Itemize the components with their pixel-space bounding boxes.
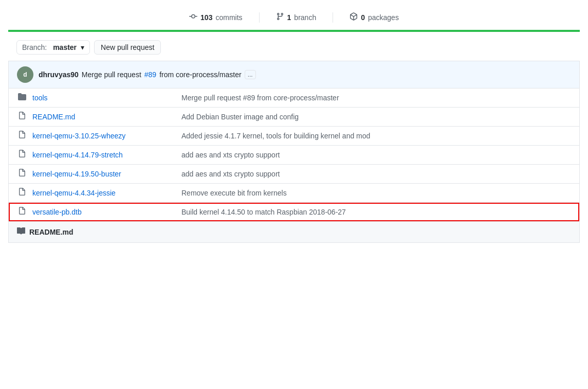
file-icon — [17, 150, 27, 160]
file-commit-message: Added jessie 4.1.7 kernel, tools for bui… — [181, 132, 571, 140]
file-commit-message: Remove execute bit from kernels — [181, 189, 571, 197]
file-link[interactable]: README.md — [32, 113, 176, 121]
file-link-versatile[interactable]: versatile-pb.dtb — [32, 208, 176, 216]
branch-name-label: master — [53, 43, 77, 51]
file-commit-message: Merge pull request #89 from core-process… — [181, 94, 571, 102]
table-row: kernel-qemu-4.4.34-jessie Remove execute… — [9, 184, 579, 203]
file-commit-message: add aes and xts crypto support — [181, 170, 571, 178]
branch-prefix-label: Branch: — [22, 43, 47, 51]
readme-bar: README.md — [8, 222, 580, 243]
commits-count: 103 — [200, 13, 212, 22]
file-commit-message: add aes and xts crypto support — [181, 151, 571, 159]
table-row: kernel-qemu-3.10.25-wheezy Added jessie … — [9, 127, 579, 146]
commits-label: commits — [215, 13, 242, 22]
packages-label: packages — [368, 13, 399, 22]
commit-bar: d dhruvyas90 Merge pull request #89 from… — [8, 61, 580, 88]
file-icon — [17, 169, 27, 179]
table-row: README.md Add Debian Buster image and co… — [9, 108, 579, 127]
readme-icon — [17, 227, 25, 237]
repo-stats: 103 commits 1 branch 0 packages — [8, 0, 580, 29]
toolbar: Branch: master ▾ New pull request — [8, 32, 580, 61]
chevron-down-icon: ▾ — [81, 43, 84, 51]
commit-info: dhruvyas90 Merge pull request #89 from c… — [39, 70, 571, 79]
branches-stat[interactable]: 1 branch — [260, 6, 333, 29]
commits-icon — [189, 12, 197, 23]
commits-stat[interactable]: 103 commits — [173, 6, 259, 29]
branches-count: 1 — [287, 13, 291, 22]
packages-count: 0 — [361, 13, 365, 22]
table-row: tools Merge pull request #89 from core-p… — [9, 89, 579, 108]
file-link[interactable]: kernel-qemu-4.4.34-jessie — [32, 189, 176, 197]
table-row: kernel-qemu-4.19.50-buster add aes and x… — [9, 165, 579, 184]
file-link[interactable]: kernel-qemu-4.14.79-stretch — [32, 151, 176, 159]
table-row-highlighted: versatile-pb.dtb Build kernel 4.14.50 to… — [9, 203, 579, 221]
file-link[interactable]: kernel-qemu-4.19.50-buster — [32, 170, 176, 178]
file-link[interactable]: tools — [32, 94, 176, 102]
commit-pr-link[interactable]: #89 — [144, 70, 156, 79]
avatar: d — [17, 66, 33, 83]
file-commit-message: Build kernel 4.14.50 to match Raspbian 2… — [181, 208, 571, 216]
file-icon — [17, 112, 27, 122]
branch-icon — [276, 12, 284, 23]
packages-icon — [350, 12, 358, 23]
folder-icon — [17, 93, 27, 103]
file-icon — [17, 131, 27, 141]
commit-author[interactable]: dhruvyas90 — [39, 70, 79, 79]
commit-message-prefix: Merge pull request — [82, 70, 141, 79]
commit-message-suffix: from core-process/master — [159, 70, 241, 79]
branches-label: branch — [294, 13, 316, 22]
commit-dots-button[interactable]: ... — [245, 70, 256, 79]
table-row: kernel-qemu-4.14.79-stretch add aes and … — [9, 146, 579, 165]
new-pull-request-button[interactable]: New pull request — [94, 40, 161, 55]
readme-label: README.md — [29, 228, 74, 236]
file-table: tools Merge pull request #89 from core-p… — [8, 88, 580, 222]
file-icon — [17, 188, 27, 198]
packages-stat[interactable]: 0 packages — [333, 6, 415, 29]
file-commit-message: Add Debian Buster image and config — [181, 113, 571, 121]
avatar-image: d — [17, 66, 33, 83]
file-icon — [17, 207, 27, 217]
branch-selector[interactable]: Branch: master ▾ — [16, 40, 90, 55]
file-link[interactable]: kernel-qemu-3.10.25-wheezy — [32, 132, 176, 140]
